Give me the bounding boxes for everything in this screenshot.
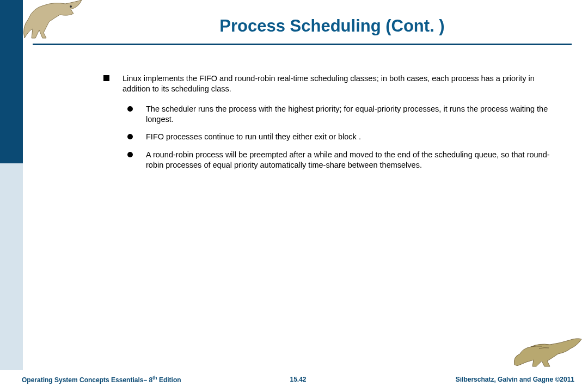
footer-edition-suffix: Edition — [157, 376, 181, 384]
round-bullet-icon — [127, 134, 133, 139]
copyright-icon: © — [555, 376, 560, 383]
footer-authors: Silberschatz, Galvin and Gagne — [456, 376, 555, 383]
content-area: Linux implements the FIFO and round-robi… — [103, 74, 561, 178]
sub-bullet-item: FIFO processes continue to run until the… — [127, 132, 561, 142]
sub-bullet-text: The scheduler runs the process with the … — [146, 104, 561, 125]
round-bullet-icon — [127, 106, 133, 112]
slide: Process Scheduling (Cont. ) Linux implem… — [0, 0, 588, 392]
footer-year: 2011 — [560, 376, 574, 383]
sub-bullet-item: The scheduler runs the process with the … — [127, 104, 561, 125]
svg-point-0 — [70, 5, 72, 8]
main-bullet-text: Linux implements the FIFO and round-robi… — [122, 74, 561, 94]
footer-left: Operating System Concepts Essentials– 8t… — [11, 375, 282, 384]
sub-bullet-item: A round-robin process will be preempted … — [127, 150, 561, 170]
sidebar-lightblue — [0, 163, 23, 370]
main-bullet-item: Linux implements the FIFO and round-robi… — [103, 74, 561, 94]
square-bullet-icon — [103, 75, 109, 81]
sub-bullet-list: The scheduler runs the process with the … — [127, 104, 561, 170]
footer: Operating System Concepts Essentials– 8t… — [0, 373, 588, 385]
sub-bullet-text: A round-robin process will be preempted … — [146, 150, 561, 170]
footer-right: Silberschatz, Galvin and Gagne ©2011 — [315, 376, 578, 383]
sub-bullet-text: FIFO processes continue to run until the… — [146, 132, 361, 142]
footer-edition-sup: th — [152, 375, 157, 381]
footer-book-title: Operating System Concepts Essentials– 8 — [22, 376, 152, 384]
dinosaur-bottom-icon — [512, 335, 583, 373]
slide-title: Process Scheduling (Cont. ) — [98, 16, 566, 36]
dinosaur-top-icon — [16, 0, 87, 44]
title-underline — [33, 44, 572, 45]
round-bullet-icon — [127, 152, 133, 157]
footer-page-number: 15.42 — [282, 376, 315, 383]
